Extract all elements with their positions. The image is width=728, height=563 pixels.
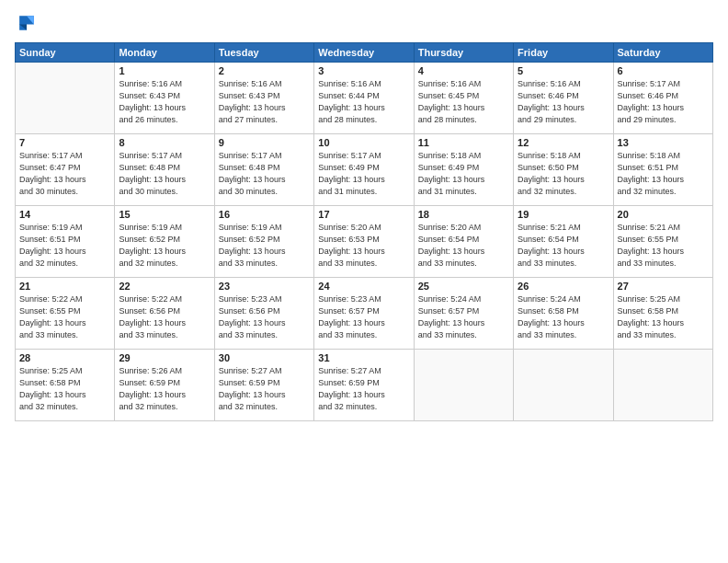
calendar-cell <box>16 63 115 134</box>
day-number: 24 <box>318 281 409 292</box>
day-info: Sunrise: 5:20 AMSunset: 6:53 PMDaylight:… <box>318 222 409 270</box>
page: SundayMondayTuesdayWednesdayThursdayFrid… <box>0 0 728 563</box>
day-number: 16 <box>219 209 310 220</box>
day-number: 29 <box>119 352 210 363</box>
calendar-cell: 23Sunrise: 5:23 AMSunset: 6:56 PMDayligh… <box>214 278 313 350</box>
calendar-cell: 3Sunrise: 5:16 AMSunset: 6:44 PMDaylight… <box>314 63 414 134</box>
logo-arrow-icon <box>17 13 37 33</box>
calendar-cell <box>613 350 712 421</box>
calendar-cell: 11Sunrise: 5:18 AMSunset: 6:49 PMDayligh… <box>414 134 513 206</box>
day-info: Sunrise: 5:16 AMSunset: 6:43 PMDaylight:… <box>219 78 310 126</box>
calendar-cell: 9Sunrise: 5:17 AMSunset: 6:48 PMDaylight… <box>214 134 313 206</box>
day-number: 26 <box>518 281 609 292</box>
weekday-thursday: Thursday <box>414 43 513 63</box>
day-info: Sunrise: 5:18 AMSunset: 6:51 PMDaylight:… <box>618 150 709 198</box>
day-info: Sunrise: 5:22 AMSunset: 6:56 PMDaylight:… <box>119 293 210 341</box>
logo <box>15 13 37 33</box>
day-info: Sunrise: 5:27 AMSunset: 6:59 PMDaylight:… <box>219 365 310 413</box>
day-number: 18 <box>418 209 509 220</box>
day-number: 7 <box>19 137 110 148</box>
day-number: 21 <box>19 281 110 292</box>
day-number: 10 <box>318 137 409 148</box>
day-info: Sunrise: 5:27 AMSunset: 6:59 PMDaylight:… <box>318 365 409 413</box>
weekday-header-row: SundayMondayTuesdayWednesdayThursdayFrid… <box>16 43 713 63</box>
day-number: 2 <box>219 65 310 76</box>
day-number: 19 <box>518 209 609 220</box>
calendar-cell: 28Sunrise: 5:25 AMSunset: 6:58 PMDayligh… <box>16 350 115 421</box>
header <box>15 13 713 33</box>
day-info: Sunrise: 5:17 AMSunset: 6:48 PMDaylight:… <box>219 150 310 198</box>
day-info: Sunrise: 5:18 AMSunset: 6:50 PMDaylight:… <box>518 150 609 198</box>
day-number: 31 <box>318 352 409 363</box>
day-info: Sunrise: 5:21 AMSunset: 6:55 PMDaylight:… <box>618 222 709 270</box>
calendar-cell: 8Sunrise: 5:17 AMSunset: 6:48 PMDaylight… <box>115 134 214 206</box>
calendar-cell: 7Sunrise: 5:17 AMSunset: 6:47 PMDaylight… <box>16 134 115 206</box>
calendar-cell: 17Sunrise: 5:20 AMSunset: 6:53 PMDayligh… <box>314 206 414 278</box>
day-info: Sunrise: 5:20 AMSunset: 6:54 PMDaylight:… <box>418 222 509 270</box>
day-info: Sunrise: 5:24 AMSunset: 6:58 PMDaylight:… <box>518 293 609 341</box>
calendar-cell: 14Sunrise: 5:19 AMSunset: 6:51 PMDayligh… <box>16 206 115 278</box>
calendar-cell: 19Sunrise: 5:21 AMSunset: 6:54 PMDayligh… <box>514 206 613 278</box>
calendar-cell: 31Sunrise: 5:27 AMSunset: 6:59 PMDayligh… <box>314 350 414 421</box>
week-row-4: 21Sunrise: 5:22 AMSunset: 6:55 PMDayligh… <box>16 278 713 350</box>
weekday-wednesday: Wednesday <box>314 43 414 63</box>
calendar-cell: 25Sunrise: 5:24 AMSunset: 6:57 PMDayligh… <box>414 278 513 350</box>
day-info: Sunrise: 5:19 AMSunset: 6:51 PMDaylight:… <box>19 222 110 270</box>
day-info: Sunrise: 5:23 AMSunset: 6:56 PMDaylight:… <box>219 293 310 341</box>
calendar-cell <box>414 350 513 421</box>
calendar-cell: 18Sunrise: 5:20 AMSunset: 6:54 PMDayligh… <box>414 206 513 278</box>
day-number: 1 <box>119 65 210 76</box>
weekday-saturday: Saturday <box>613 43 712 63</box>
day-number: 13 <box>618 137 709 148</box>
day-info: Sunrise: 5:16 AMSunset: 6:43 PMDaylight:… <box>119 78 210 126</box>
day-number: 15 <box>119 209 210 220</box>
calendar-cell: 24Sunrise: 5:23 AMSunset: 6:57 PMDayligh… <box>314 278 414 350</box>
calendar-cell: 15Sunrise: 5:19 AMSunset: 6:52 PMDayligh… <box>115 206 214 278</box>
day-number: 12 <box>518 137 609 148</box>
day-number: 20 <box>618 209 709 220</box>
day-number: 23 <box>219 281 310 292</box>
day-number: 8 <box>119 137 210 148</box>
day-info: Sunrise: 5:24 AMSunset: 6:57 PMDaylight:… <box>418 293 509 341</box>
day-number: 6 <box>618 65 709 76</box>
calendar-cell: 13Sunrise: 5:18 AMSunset: 6:51 PMDayligh… <box>613 134 712 206</box>
day-info: Sunrise: 5:17 AMSunset: 6:49 PMDaylight:… <box>318 150 409 198</box>
day-info: Sunrise: 5:21 AMSunset: 6:54 PMDaylight:… <box>518 222 609 270</box>
calendar-cell: 16Sunrise: 5:19 AMSunset: 6:52 PMDayligh… <box>214 206 313 278</box>
calendar-table: SundayMondayTuesdayWednesdayThursdayFrid… <box>15 42 713 421</box>
calendar-cell: 30Sunrise: 5:27 AMSunset: 6:59 PMDayligh… <box>214 350 313 421</box>
day-number: 11 <box>418 137 509 148</box>
weekday-monday: Monday <box>115 43 214 63</box>
day-number: 28 <box>19 352 110 363</box>
day-info: Sunrise: 5:16 AMSunset: 6:45 PMDaylight:… <box>418 78 509 126</box>
calendar-cell: 6Sunrise: 5:17 AMSunset: 6:46 PMDaylight… <box>613 63 712 134</box>
weekday-friday: Friday <box>514 43 613 63</box>
calendar-cell: 21Sunrise: 5:22 AMSunset: 6:55 PMDayligh… <box>16 278 115 350</box>
week-row-3: 14Sunrise: 5:19 AMSunset: 6:51 PMDayligh… <box>16 206 713 278</box>
weekday-sunday: Sunday <box>16 43 115 63</box>
day-info: Sunrise: 5:23 AMSunset: 6:57 PMDaylight:… <box>318 293 409 341</box>
day-number: 4 <box>418 65 509 76</box>
day-info: Sunrise: 5:17 AMSunset: 6:46 PMDaylight:… <box>618 78 709 126</box>
day-number: 9 <box>219 137 310 148</box>
calendar-cell: 26Sunrise: 5:24 AMSunset: 6:58 PMDayligh… <box>514 278 613 350</box>
day-number: 5 <box>518 65 609 76</box>
day-info: Sunrise: 5:22 AMSunset: 6:55 PMDaylight:… <box>19 293 110 341</box>
day-number: 27 <box>618 281 709 292</box>
calendar-cell: 2Sunrise: 5:16 AMSunset: 6:43 PMDaylight… <box>214 63 313 134</box>
day-number: 22 <box>119 281 210 292</box>
week-row-2: 7Sunrise: 5:17 AMSunset: 6:47 PMDaylight… <box>16 134 713 206</box>
day-info: Sunrise: 5:18 AMSunset: 6:49 PMDaylight:… <box>418 150 509 198</box>
calendar-cell: 10Sunrise: 5:17 AMSunset: 6:49 PMDayligh… <box>314 134 414 206</box>
calendar-cell: 5Sunrise: 5:16 AMSunset: 6:46 PMDaylight… <box>514 63 613 134</box>
day-number: 25 <box>418 281 509 292</box>
day-number: 30 <box>219 352 310 363</box>
week-row-5: 28Sunrise: 5:25 AMSunset: 6:58 PMDayligh… <box>16 350 713 421</box>
calendar-cell: 20Sunrise: 5:21 AMSunset: 6:55 PMDayligh… <box>613 206 712 278</box>
calendar-cell: 12Sunrise: 5:18 AMSunset: 6:50 PMDayligh… <box>514 134 613 206</box>
day-info: Sunrise: 5:19 AMSunset: 6:52 PMDaylight:… <box>119 222 210 270</box>
day-number: 3 <box>318 65 409 76</box>
week-row-1: 1Sunrise: 5:16 AMSunset: 6:43 PMDaylight… <box>16 63 713 134</box>
weekday-tuesday: Tuesday <box>214 43 313 63</box>
calendar-cell: 27Sunrise: 5:25 AMSunset: 6:58 PMDayligh… <box>613 278 712 350</box>
